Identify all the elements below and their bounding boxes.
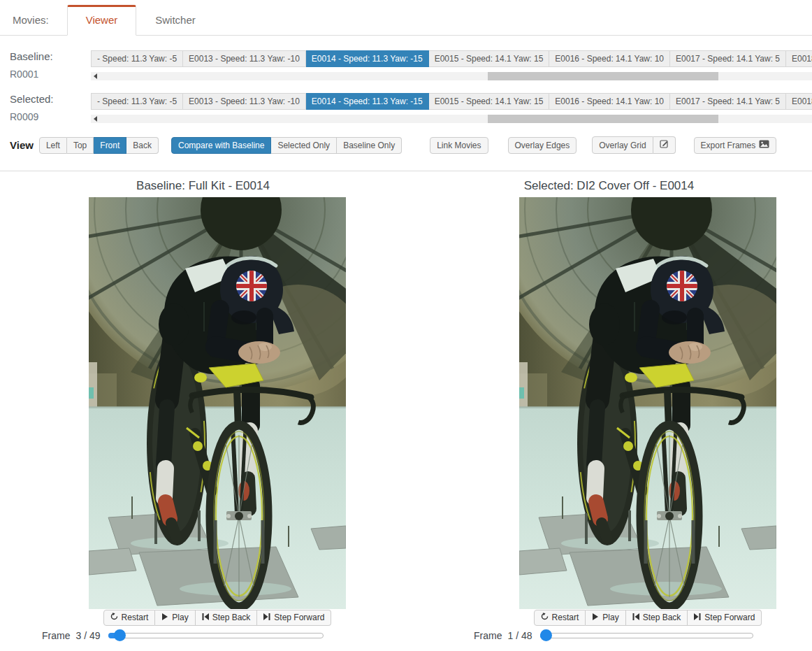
frame-label: Frame — [474, 630, 502, 641]
restart-icon — [110, 613, 118, 623]
baseline-frame-row: Frame3 / 49 — [42, 629, 324, 641]
play-icon — [592, 613, 599, 623]
selected-playback-controls: Restart Play Step Back Step Forward — [519, 610, 776, 626]
baseline-run-id: R0001 — [10, 69, 91, 80]
compare-mode-group: Compare with Baseline Selected Only Base… — [171, 137, 402, 154]
tab-bar: Movies: Viewer Switcher — [0, 0, 812, 36]
view-bar: View Left Top Front Back Compare with Ba… — [10, 136, 812, 154]
tab-switcher[interactable]: Switcher — [136, 5, 215, 36]
movie-chip[interactable]: - Speed: 11.3 Yaw: -5 — [91, 50, 183, 67]
baseline-row: Baseline: R0001 - Speed: 11.3 Yaw: -5 E0… — [10, 50, 812, 80]
selected-row-label: Selected: R0009 — [10, 93, 91, 123]
selected-viewer-title: Selected: DI2 Cover Off - E0014 — [406, 179, 812, 193]
movies-label: Movies: — [11, 6, 67, 35]
slider-track[interactable] — [108, 633, 324, 638]
baseline-row-label: Baseline: R0001 — [10, 50, 91, 80]
view-front-button[interactable]: Front — [94, 137, 126, 154]
play-button[interactable]: Play — [155, 610, 195, 626]
movie-chip-selected[interactable]: E0014 - Speed: 11.3 Yaw: -15 — [306, 50, 429, 67]
movie-chip[interactable]: E0018 — [786, 93, 812, 110]
tab-viewer[interactable]: Viewer — [67, 5, 137, 36]
frame-counter: Frame1 / 48 — [474, 630, 532, 641]
selected-scrollbar[interactable] — [91, 115, 812, 123]
export-frames-label: Export Frames — [701, 140, 756, 151]
selected-strip: - Speed: 11.3 Yaw: -5 E0013 - Speed: 11.… — [91, 93, 812, 123]
play-label: Play — [172, 613, 188, 623]
movie-chip[interactable]: E0017 - Speed: 14.1 Yaw: 5 — [670, 50, 786, 67]
movie-chip[interactable]: E0015 - Speed: 14.1 Yaw: 15 — [429, 93, 550, 110]
scrollbar-thumb[interactable] — [488, 72, 718, 80]
movie-chip[interactable]: E0013 - Speed: 11.3 Yaw: -10 — [183, 93, 306, 110]
scrollbar-thumb[interactable] — [488, 115, 718, 123]
view-back-button[interactable]: Back — [126, 137, 159, 154]
view-direction-group: Left Top Front Back — [39, 137, 159, 154]
baseline-viewer: Baseline: Full Kit - E0014 Restart Play … — [0, 171, 406, 641]
export-frames-button[interactable]: Export Frames — [694, 137, 777, 154]
movie-chip[interactable]: E0013 - Speed: 11.3 Yaw: -10 — [183, 50, 306, 67]
movie-chip[interactable]: E0015 - Speed: 14.1 Yaw: 15 — [429, 50, 550, 67]
baseline-viewer-title: Baseline: Full Kit - E0014 — [0, 179, 406, 193]
frame-value: 1 / 48 — [507, 630, 532, 641]
scroll-left-icon[interactable] — [94, 73, 97, 79]
image-icon — [759, 140, 769, 151]
baseline-playback-controls: Restart Play Step Back Step Forward — [89, 610, 346, 626]
frame-value: 3 / 49 — [75, 630, 100, 641]
play-label: Play — [602, 613, 618, 623]
view-left-button[interactable]: Left — [39, 137, 67, 154]
movie-chip[interactable]: E0016 - Speed: 14.1 Yaw: 10 — [549, 50, 670, 67]
restart-icon — [541, 613, 549, 623]
play-icon — [161, 613, 168, 623]
overlay-grid-group: Overlay Grid — [592, 136, 675, 154]
movie-chip-selected[interactable]: E0014 - Speed: 11.3 Yaw: -15 — [306, 93, 429, 110]
selected-viewer: Selected: DI2 Cover Off - E0014 Restart … — [406, 171, 812, 641]
selected-frame-row: Frame1 / 48 — [474, 629, 753, 641]
link-movies-button[interactable]: Link Movies — [430, 137, 488, 154]
movie-chip[interactable]: - Speed: 11.3 Yaw: -5 — [91, 93, 183, 110]
restart-button[interactable]: Restart — [534, 610, 586, 626]
movie-chip[interactable]: E0017 - Speed: 14.1 Yaw: 5 — [670, 93, 786, 110]
selected-only-button[interactable]: Selected Only — [271, 137, 337, 154]
overlay-grid-edit-button[interactable] — [653, 136, 676, 154]
step-back-label: Step Back — [212, 613, 251, 623]
step-forward-label: Step Forward — [274, 613, 324, 623]
viewer-area: Baseline: Full Kit - E0014 Restart Play … — [0, 171, 812, 641]
play-button[interactable]: Play — [586, 610, 625, 626]
scroll-left-icon[interactable] — [94, 116, 97, 122]
selected-video-frame — [519, 197, 776, 609]
baseline-video-frame — [89, 197, 346, 609]
step-back-button[interactable]: Step Back — [196, 610, 258, 626]
frame-label: Frame — [42, 630, 70, 641]
step-forward-icon — [694, 613, 701, 623]
step-back-icon — [202, 613, 209, 623]
view-top-button[interactable]: Top — [67, 137, 94, 154]
selected-row: Selected: R0009 - Speed: 11.3 Yaw: -5 E0… — [10, 93, 812, 123]
step-back-icon — [632, 613, 639, 623]
baseline-strip: - Speed: 11.3 Yaw: -5 E0013 - Speed: 11.… — [91, 50, 812, 80]
frame-slider[interactable] — [540, 629, 753, 641]
compare-with-baseline-button[interactable]: Compare with Baseline — [171, 137, 271, 154]
movie-chip[interactable]: E0018 — [786, 50, 812, 67]
step-back-label: Step Back — [643, 613, 681, 623]
baseline-scrollbar[interactable] — [91, 72, 812, 80]
slider-thumb[interactable] — [540, 629, 552, 641]
step-forward-button[interactable]: Step Forward — [257, 610, 331, 626]
step-back-button[interactable]: Step Back — [626, 610, 688, 626]
overlay-grid-button[interactable]: Overlay Grid — [592, 136, 653, 154]
restart-label: Restart — [122, 613, 149, 623]
movie-chip[interactable]: E0016 - Speed: 14.1 Yaw: 10 — [549, 93, 670, 110]
overlay-edges-button[interactable]: Overlay Edges — [508, 137, 577, 154]
step-forward-icon — [263, 613, 270, 623]
step-forward-button[interactable]: Step Forward — [688, 610, 762, 626]
edit-icon — [660, 139, 669, 151]
step-forward-label: Step Forward — [704, 613, 755, 623]
frame-counter: Frame3 / 49 — [42, 630, 100, 641]
slider-track[interactable] — [540, 633, 753, 638]
restart-label: Restart — [552, 613, 579, 623]
restart-button[interactable]: Restart — [103, 610, 156, 626]
baseline-label: Baseline: — [10, 50, 91, 62]
selected-label: Selected: — [10, 93, 91, 105]
baseline-only-button[interactable]: Baseline Only — [337, 137, 402, 154]
view-label: View — [10, 139, 34, 151]
frame-slider[interactable] — [108, 629, 324, 641]
slider-thumb[interactable] — [114, 629, 126, 641]
